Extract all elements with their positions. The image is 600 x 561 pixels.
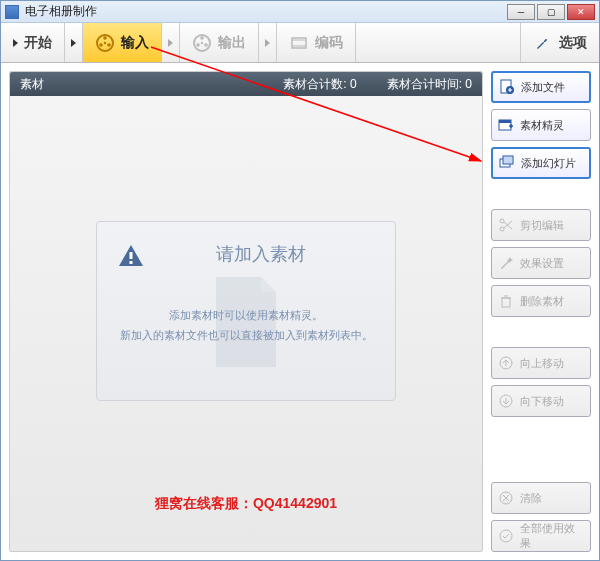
svg-rect-14	[130, 261, 133, 264]
footer-text: 狸窝在线客服：QQ41442901	[155, 495, 337, 513]
btn-label: 删除素材	[520, 294, 564, 309]
btn-label: 素材精灵	[520, 118, 564, 133]
clip-button: 剪切编辑	[491, 209, 591, 241]
tab-input-expand[interactable]	[162, 23, 180, 62]
empty-placeholder: 请加入素材 添加素材时可以使用素材精灵。 新加入的素材文件也可以直接被加入到素材…	[96, 221, 396, 401]
window-title: 电子相册制作	[25, 3, 507, 20]
btn-label: 效果设置	[520, 256, 564, 271]
placeholder-title: 请加入素材	[147, 242, 375, 266]
svg-point-2	[107, 43, 111, 47]
file-add-icon	[499, 79, 515, 95]
move-up-button: 向上移动	[491, 347, 591, 379]
btn-label: 剪切编辑	[520, 218, 564, 233]
apply-all-button: 全部使用效果	[491, 520, 591, 552]
svg-point-8	[196, 43, 200, 47]
titlebar: 电子相册制作 ─ ▢ ✕	[1, 1, 599, 23]
move-down-button: 向下移动	[491, 385, 591, 417]
clear-icon	[498, 490, 514, 506]
effect-button: 效果设置	[491, 247, 591, 279]
svg-rect-18	[499, 120, 511, 123]
slide-icon	[499, 155, 515, 171]
add-file-button[interactable]: 添加文件	[491, 71, 591, 103]
app-icon	[5, 5, 19, 19]
count-label: 素材合计数: 0	[283, 76, 356, 93]
btn-label: 添加文件	[521, 80, 565, 95]
tab-input[interactable]: 输入	[83, 23, 162, 62]
side-panel: 添加文件 素材精灵 添加幻灯片 剪切编辑 效果设置 删除素材	[491, 71, 591, 552]
btn-label: 向下移动	[520, 394, 564, 409]
chevron-right-icon	[71, 39, 76, 47]
svg-rect-21	[503, 156, 513, 164]
wizard-icon	[498, 117, 514, 133]
svg-point-28	[500, 530, 512, 542]
wand-icon	[498, 255, 514, 271]
tab-label: 编码	[315, 34, 343, 52]
svg-point-22	[500, 219, 504, 223]
tab-label: 开始	[24, 34, 52, 52]
chevron-right-icon	[265, 39, 270, 47]
svg-rect-13	[130, 252, 133, 259]
close-button[interactable]: ✕	[567, 4, 595, 20]
btn-label: 全部使用效果	[520, 521, 584, 551]
svg-point-7	[204, 43, 208, 47]
arrow-down-icon	[498, 393, 514, 409]
arrow-up-icon	[498, 355, 514, 371]
reel-icon	[192, 33, 212, 53]
delete-button: 删除素材	[491, 285, 591, 317]
film-icon	[289, 33, 309, 53]
btn-label: 添加幻灯片	[521, 156, 576, 171]
tab-output-expand[interactable]	[259, 23, 277, 62]
chevron-right-icon	[168, 39, 173, 47]
reel-icon	[95, 33, 115, 53]
app-window: 电子相册制作 ─ ▢ ✕ 开始 输入 输出 编码 选项	[0, 0, 600, 561]
svg-point-6	[200, 36, 204, 40]
maximize-button[interactable]: ▢	[537, 4, 565, 20]
svg-point-1	[103, 36, 107, 40]
panel-title: 素材	[20, 76, 44, 93]
panel-header: 素材 素材合计数: 0 素材合计时间: 0	[10, 72, 482, 96]
main-toolbar: 开始 输入 输出 编码 选项	[1, 23, 599, 63]
play-icon	[13, 39, 18, 47]
time-label: 素材合计时间: 0	[387, 76, 472, 93]
document-icon	[211, 277, 281, 367]
wrench-icon	[533, 33, 553, 53]
btn-label: 向上移动	[520, 356, 564, 371]
material-panel: 素材 素材合计数: 0 素材合计时间: 0 请加入素材 添加素材时可以使用素材精…	[9, 71, 483, 552]
clear-button: 清除	[491, 482, 591, 514]
tab-start-expand[interactable]	[65, 23, 83, 62]
warning-icon	[117, 242, 145, 270]
svg-rect-24	[502, 298, 510, 307]
tab-encode[interactable]: 编码	[277, 23, 356, 62]
trash-icon	[498, 293, 514, 309]
tab-label: 选项	[559, 34, 587, 52]
tab-label: 输出	[218, 34, 246, 52]
tab-label: 输入	[121, 34, 149, 52]
svg-point-3	[99, 43, 103, 47]
svg-point-9	[201, 41, 203, 43]
tab-start[interactable]: 开始	[1, 23, 65, 62]
btn-label: 清除	[520, 491, 542, 506]
content-area: 素材 素材合计数: 0 素材合计时间: 0 请加入素材 添加素材时可以使用素材精…	[1, 63, 599, 560]
svg-point-23	[500, 227, 504, 231]
add-slide-button[interactable]: 添加幻灯片	[491, 147, 591, 179]
tab-output[interactable]: 输出	[180, 23, 259, 62]
wizard-button[interactable]: 素材精灵	[491, 109, 591, 141]
scissors-icon	[498, 217, 514, 233]
tab-options[interactable]: 选项	[520, 23, 599, 62]
apply-icon	[498, 528, 514, 544]
svg-point-4	[104, 41, 106, 43]
minimize-button[interactable]: ─	[507, 4, 535, 20]
